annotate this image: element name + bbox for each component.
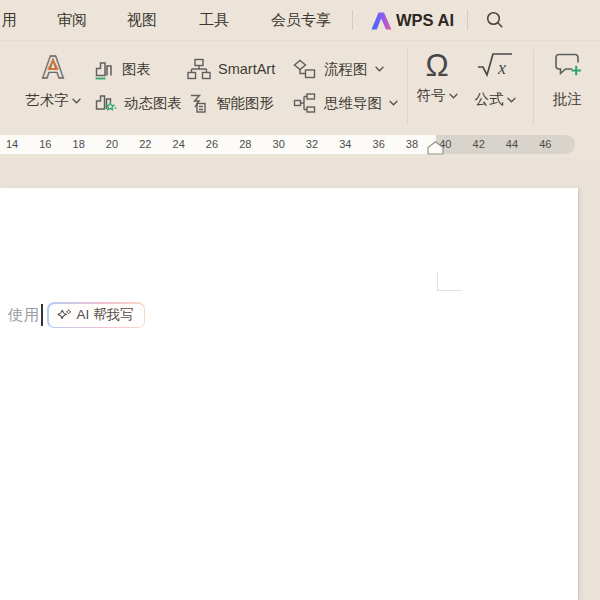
chevron-down-icon	[507, 97, 516, 103]
ruler-number: 30	[273, 135, 285, 154]
ruler-number: 42	[473, 135, 485, 154]
flowchart-label: 流程图	[324, 60, 368, 79]
formula-button[interactable]: x 公式	[466, 48, 524, 109]
menu-divider	[352, 10, 353, 30]
svg-text:A: A	[42, 50, 64, 85]
tab-wps-ai[interactable]: WPS AI	[396, 0, 454, 40]
menu-divider	[467, 10, 468, 30]
chevron-down-icon	[389, 100, 398, 106]
horizontal-ruler: 1416182022242628303234363840424446	[0, 132, 600, 158]
formula-label: 公式	[475, 90, 504, 109]
omega-icon: Ω	[410, 48, 464, 84]
smartart-icon	[187, 58, 211, 80]
flowchart-button[interactable]: 流程图	[293, 57, 384, 81]
dynamic-chart-button[interactable]: 动态图表	[93, 91, 182, 115]
comment-button[interactable]: 批注	[543, 48, 591, 109]
mindmap-button[interactable]: 思维导图	[293, 91, 398, 115]
paragraph-text: 使用	[8, 302, 39, 328]
ruler-number: 24	[173, 135, 185, 154]
ribbon-insert: A 艺术字 图表	[0, 40, 600, 133]
smart-graphic-icon	[187, 92, 209, 114]
ruler-numbers: 1416182022242628303234363840424446	[0, 135, 600, 154]
sparkle-icon	[57, 308, 72, 323]
comment-add-icon	[551, 48, 584, 84]
smart-graphic-label: 智能图形	[216, 94, 274, 113]
mindmap-label: 思维导图	[324, 94, 382, 113]
document-page[interactable]: 使用 AI 帮我写	[0, 188, 579, 600]
ruler-number: 36	[373, 135, 385, 154]
menu-bar: 用 审阅 视图 工具 会员专享 WPS AI	[0, 0, 600, 40]
chevron-down-icon	[375, 66, 384, 72]
ribbon-divider	[407, 49, 408, 125]
search-icon[interactable]	[486, 11, 504, 29]
ruler-number: 32	[306, 135, 318, 154]
wordart-icon: A	[36, 49, 70, 85]
chart-label: 图表	[122, 60, 151, 79]
dynamic-chart-label: 动态图表	[124, 94, 182, 113]
ruler-number: 26	[206, 135, 218, 154]
tab-review[interactable]: 审阅	[57, 0, 87, 40]
smartart-label: SmartArt	[218, 61, 275, 77]
ruler-number: 14	[6, 135, 18, 154]
ruler-number: 46	[539, 135, 551, 154]
smart-graphic-button[interactable]: 智能图形	[187, 91, 274, 115]
dynamic-chart-icon	[93, 91, 117, 115]
ruler-number: 28	[239, 135, 251, 154]
mindmap-icon	[293, 92, 317, 114]
flowchart-icon	[293, 58, 317, 80]
ruler-number: 18	[73, 135, 85, 154]
ai-write-chip[interactable]: AI 帮我写	[47, 302, 145, 328]
comment-label: 批注	[553, 90, 582, 109]
ruler-number: 16	[39, 135, 51, 154]
right-indent-marker[interactable]	[427, 141, 444, 155]
wps-ai-logo-icon	[371, 11, 392, 30]
ruler-number: 34	[339, 135, 351, 154]
ruler-number: 44	[506, 135, 518, 154]
tab-tools[interactable]: 工具	[199, 0, 229, 40]
symbol-label: 符号	[417, 86, 446, 105]
chart-icon	[93, 57, 115, 81]
ribbon-divider	[533, 49, 534, 125]
chevron-down-icon	[72, 98, 81, 104]
tab-view[interactable]: 视图	[127, 0, 157, 40]
symbol-button[interactable]: Ω 符号	[410, 48, 464, 105]
wordart-button[interactable]: A 艺术字	[22, 49, 84, 110]
chart-button[interactable]: 图表	[93, 57, 151, 81]
margin-corner-mark	[437, 272, 438, 291]
tab-partial[interactable]: 用	[2, 0, 17, 40]
chevron-down-icon	[449, 93, 458, 99]
formula-icon: x	[475, 48, 515, 84]
margin-corner-mark	[437, 290, 462, 291]
ruler-number: 20	[106, 135, 118, 154]
ruler-number: 38	[406, 135, 418, 154]
wps-writer-window: 用 审阅 视图 工具 会员专享 WPS AI	[0, 0, 600, 600]
smartart-button[interactable]: SmartArt	[187, 57, 275, 81]
ai-write-chip-label: AI 帮我写	[77, 306, 134, 324]
text-cursor	[41, 304, 43, 326]
tab-member[interactable]: 会员专享	[271, 0, 331, 40]
ruler-number: 22	[139, 135, 151, 154]
formula-x-glyph: x	[497, 58, 506, 78]
wordart-label: 艺术字	[25, 91, 69, 110]
